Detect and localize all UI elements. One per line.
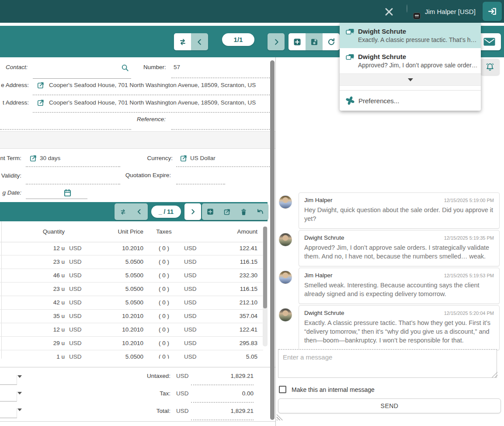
currency-open-button[interactable] bbox=[180, 154, 188, 162]
table-row[interactable]: 29 u USD 10.2010 ( 0 ) USD 295.83 bbox=[0, 337, 263, 350]
lines-pager[interactable]: _ / 11 bbox=[151, 206, 181, 218]
shipment-address-value[interactable]: Cooper's Seafood House, 701 North Washin… bbox=[49, 99, 256, 106]
quotation-expire-field[interactable] bbox=[176, 184, 225, 185]
next-record-button[interactable] bbox=[268, 33, 285, 50]
lines-add-button[interactable] bbox=[202, 203, 219, 220]
message-input[interactable] bbox=[278, 349, 497, 378]
message-card: Jim Halper 12/15/2025 5:19:53 PM Smelled… bbox=[299, 268, 500, 304]
contact-input[interactable] bbox=[33, 62, 131, 79]
reference-field[interactable] bbox=[171, 129, 271, 130]
cell-amount: 232.30 bbox=[205, 272, 257, 279]
panel-resize-handle[interactable] bbox=[277, 414, 283, 420]
cell-currency: USD bbox=[69, 272, 82, 279]
cell-currency: USD bbox=[69, 313, 82, 319]
chat-message: Dwight Schrute 12/15/2025 5:20:04 PM Exa… bbox=[276, 305, 504, 350]
notification-item[interactable]: Dwight Schrute Exactly. A classic pressu… bbox=[340, 23, 481, 48]
table-row[interactable]: 42 u USD 5.0500 ( 0 ) USD 212.10 bbox=[0, 296, 263, 310]
cell-taxes: ( 0 ) bbox=[149, 258, 179, 265]
cell-unit-price: 5.0500 bbox=[87, 299, 143, 306]
payment-term-value[interactable]: 30 days bbox=[40, 155, 60, 161]
column-header-taxes[interactable]: Taxes bbox=[149, 228, 179, 235]
notification-sender: Dwight Schrute bbox=[358, 52, 477, 61]
user-menu[interactable]: Jim Halper [USD] bbox=[407, 0, 476, 23]
chat-message-list: Jim Halper 12/15/2025 5:19:00 PM Hey Dwi… bbox=[276, 192, 504, 352]
switch-view-button[interactable] bbox=[174, 33, 191, 50]
table-row[interactable]: 35 u USD 10.2010 ( 0 ) USD 357.04 bbox=[0, 310, 263, 323]
refresh-icon bbox=[327, 38, 336, 46]
username-label: Jim Halper [USD] bbox=[425, 8, 476, 15]
floppy-save-icon bbox=[310, 38, 319, 46]
avatar bbox=[279, 233, 292, 246]
cell-currency: USD bbox=[69, 340, 82, 346]
lines-table-body: 12 u USD 10.2010 ( 0 ) USD 122.41 23 u U… bbox=[0, 242, 263, 359]
total-underline bbox=[191, 384, 254, 385]
avatar bbox=[279, 196, 292, 209]
message-card: Dwight Schrute 12/15/2025 5:19:35 PM App… bbox=[299, 230, 500, 266]
user-status-icon bbox=[413, 13, 421, 19]
invoice-address-open-button[interactable] bbox=[37, 81, 45, 89]
caret-down-icon bbox=[408, 78, 413, 81]
table-row[interactable]: 1 u USD 5.0500 ( 0 ) USD 5.05 bbox=[0, 350, 263, 359]
lines-delete-button[interactable] bbox=[235, 203, 252, 220]
invoice-address-value[interactable]: Cooper's Seafood House, 701 North Washin… bbox=[49, 82, 256, 88]
search-icon bbox=[121, 64, 129, 72]
chevron-right-icon bbox=[189, 208, 196, 215]
internal-message-checkbox[interactable] bbox=[279, 386, 286, 393]
notification-item[interactable]: Dwight Schrute Approved? Jim, I don’t ap… bbox=[340, 48, 481, 73]
cell-amount: 212.10 bbox=[205, 299, 257, 306]
internal-message-option[interactable]: Make this an internal message bbox=[279, 386, 375, 393]
close-button[interactable] bbox=[382, 4, 396, 19]
cell-amount: 122.41 bbox=[205, 326, 257, 333]
record-pager[interactable]: 1/1 bbox=[222, 33, 254, 46]
totals-row: Tax: USD 0.00 bbox=[0, 390, 275, 405]
previous-record-button[interactable] bbox=[191, 33, 208, 50]
table-row[interactable]: 12 u USD 10.2010 ( 0 ) USD 122.41 bbox=[0, 242, 263, 255]
preferences-menu-item[interactable]: Preferences... bbox=[340, 91, 481, 111]
total-value: 1,829.21 bbox=[191, 408, 254, 414]
validity-field[interactable] bbox=[26, 184, 120, 185]
column-header-unit-price[interactable]: Unit Price bbox=[87, 228, 143, 235]
table-row[interactable]: 23 u USD 5.0500 ( 0 ) USD 116.15 bbox=[0, 255, 263, 269]
date-picker-button[interactable] bbox=[63, 189, 72, 197]
save-button[interactable] bbox=[306, 33, 323, 50]
lines-undo-button[interactable] bbox=[252, 203, 268, 220]
number-value[interactable]: 57 bbox=[174, 64, 180, 70]
bell-icon bbox=[485, 62, 495, 72]
reload-button[interactable] bbox=[323, 33, 340, 50]
user-dropdown-menu: Dwight Schrute Exactly. A classic pressu… bbox=[340, 23, 481, 111]
new-record-button[interactable] bbox=[288, 33, 306, 50]
notifications-toggle-button[interactable] bbox=[480, 59, 500, 75]
lines-switch-view-button[interactable] bbox=[115, 203, 131, 220]
table-row[interactable]: 46 u USD 5.0500 ( 0 ) USD 232.30 bbox=[0, 269, 263, 283]
payment-term-open-button[interactable] bbox=[29, 154, 37, 162]
table-row[interactable]: 12 u USD 10.2010 ( 0 ) USD 122.41 bbox=[0, 323, 263, 337]
cell-amount: 295.83 bbox=[205, 340, 257, 346]
table-scrollbar-thumb[interactable] bbox=[263, 227, 267, 308]
currency-value[interactable]: US Dollar bbox=[190, 155, 216, 161]
show-more-notifications[interactable] bbox=[340, 73, 481, 86]
total-currency: USD bbox=[176, 390, 189, 397]
logout-button[interactable] bbox=[483, 2, 502, 21]
shipment-address-underline bbox=[33, 112, 271, 113]
notebook-tab-band bbox=[0, 131, 275, 149]
lines-previous-button[interactable] bbox=[131, 203, 148, 220]
reference-left-field[interactable] bbox=[0, 129, 131, 130]
send-button[interactable]: SEND bbox=[278, 398, 501, 413]
lines-open-button[interactable] bbox=[219, 203, 235, 220]
plus-square-icon bbox=[293, 38, 302, 46]
table-row[interactable]: 23 u USD 5.0500 ( 0 ) USD 116.15 bbox=[0, 283, 263, 296]
email-button[interactable] bbox=[477, 33, 501, 50]
lines-next-button[interactable] bbox=[184, 203, 201, 220]
number-label: Number: bbox=[143, 64, 166, 70]
shipment-address-open-button[interactable] bbox=[37, 99, 45, 107]
column-header-quantity[interactable]: Quantity bbox=[0, 228, 65, 235]
contact-search-button[interactable] bbox=[121, 64, 129, 72]
chat-message: Dwight Schrute 12/15/2025 5:19:35 PM App… bbox=[276, 230, 504, 266]
date-input[interactable] bbox=[26, 187, 87, 199]
column-header-amount[interactable]: Amount bbox=[205, 228, 257, 235]
form-scrollbar-thumb[interactable] bbox=[270, 60, 275, 420]
message-timestamp: 12/15/2025 5:19:53 PM bbox=[444, 273, 494, 278]
swap-arrows-icon bbox=[178, 38, 187, 46]
cell-currency: USD bbox=[184, 245, 197, 251]
total-label: Untaxed: bbox=[105, 373, 170, 379]
